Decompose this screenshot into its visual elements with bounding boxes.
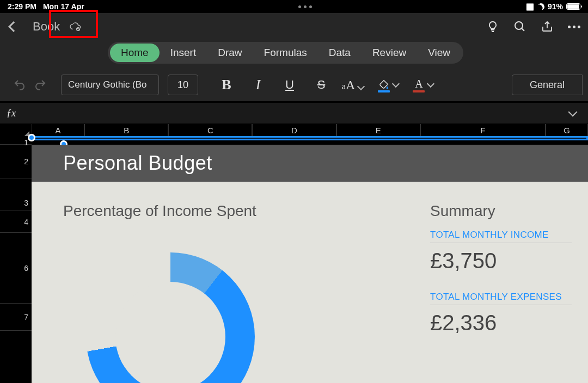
share-button[interactable]: [541, 20, 554, 33]
formula-bar: ƒx: [0, 102, 588, 124]
do-not-disturb-icon: [536, 2, 546, 11]
donut-chart-graphic: [86, 252, 255, 383]
formula-input[interactable]: [16, 103, 569, 123]
font-size-select[interactable]: 10: [168, 75, 198, 95]
column-header[interactable]: E: [336, 124, 420, 137]
spreadsheet-grid[interactable]: A B C D E F G 1 2 3 4 6 7 Personal Budge…: [0, 124, 588, 383]
select-all-corner[interactable]: [0, 124, 32, 137]
tab-draw[interactable]: Draw: [207, 44, 253, 62]
font-color-button[interactable]: A: [413, 79, 438, 91]
italic-button[interactable]: I: [247, 74, 269, 96]
font-size-grow-button[interactable]: aA: [342, 78, 368, 92]
search-button[interactable]: [513, 20, 526, 33]
back-button[interactable]: [8, 21, 19, 32]
income-value: £3,750: [430, 249, 572, 273]
chevron-down-icon: [357, 82, 365, 90]
home-toolbar: Century Gothic (Bo 10 B I U S aA A Gener…: [0, 69, 588, 101]
row-header[interactable]: 4: [0, 211, 32, 233]
column-header[interactable]: B: [84, 124, 168, 137]
underline-button[interactable]: U: [279, 74, 301, 96]
chevron-down-icon[interactable]: [392, 80, 400, 88]
column-header[interactable]: D: [252, 124, 336, 137]
fill-color-button[interactable]: [378, 79, 403, 91]
summary-panel: Summary TOTAL MONTHLY INCOME £3,750 TOTA…: [430, 202, 572, 354]
column-header[interactable]: F: [420, 124, 546, 137]
svg-point-1: [515, 22, 523, 29]
status-time: 2:29 PM: [8, 2, 36, 11]
row-header[interactable]: 3: [0, 178, 32, 211]
number-format-select[interactable]: General: [512, 75, 583, 95]
expenses-label: TOTAL MONTHLY EXPENSES: [430, 292, 572, 305]
tab-insert[interactable]: Insert: [160, 44, 207, 62]
sheet-content: Personal Budget Percentage of Income Spe…: [32, 145, 588, 383]
wifi-icon: [526, 2, 534, 11]
tab-review[interactable]: Review: [362, 44, 417, 62]
battery-percent: 91%: [548, 2, 563, 11]
app-title-bar: Book: [0, 13, 588, 40]
budget-title: Personal Budget: [32, 145, 588, 182]
expenses-value: £2,336: [430, 311, 572, 335]
row-header[interactable]: 6: [0, 233, 32, 304]
chevron-down-icon[interactable]: [427, 80, 434, 88]
tab-home[interactable]: Home: [110, 44, 160, 62]
column-header[interactable]: G: [546, 124, 588, 137]
ribbon-tabs: Home Insert Draw Formulas Data Review Vi…: [0, 40, 588, 65]
fx-icon[interactable]: ƒx: [7, 108, 16, 119]
tab-formulas[interactable]: Formulas: [253, 44, 318, 62]
font-color-icon: A: [413, 79, 425, 91]
row-header[interactable]: 2: [0, 145, 32, 178]
undo-button[interactable]: [13, 78, 26, 91]
battery-icon: [566, 3, 580, 10]
row-header[interactable]: 1: [0, 137, 32, 145]
income-label: TOTAL MONTHLY INCOME: [430, 230, 572, 243]
annotation-highlight: [49, 10, 98, 38]
column-header[interactable]: C: [168, 124, 252, 137]
selection-handle-icon[interactable]: [28, 134, 35, 141]
tab-data[interactable]: Data: [318, 44, 362, 62]
bucket-icon: [378, 79, 390, 91]
row-header[interactable]: 7: [0, 304, 32, 331]
expand-formula-bar[interactable]: [568, 108, 578, 117]
column-header[interactable]: A: [32, 124, 84, 137]
more-button[interactable]: [568, 26, 580, 28]
font-family-select[interactable]: Century Gothic (Bo: [61, 75, 159, 95]
ideas-button[interactable]: [486, 20, 499, 33]
redo-button[interactable]: [34, 78, 47, 91]
donut-chart: [86, 252, 255, 383]
cell-selection[interactable]: [30, 136, 588, 140]
strikethrough-button[interactable]: S: [310, 74, 332, 96]
bold-button[interactable]: B: [216, 74, 237, 96]
summary-heading: Summary: [430, 202, 572, 220]
tab-view[interactable]: View: [417, 44, 461, 62]
multitask-dots[interactable]: [298, 5, 312, 8]
